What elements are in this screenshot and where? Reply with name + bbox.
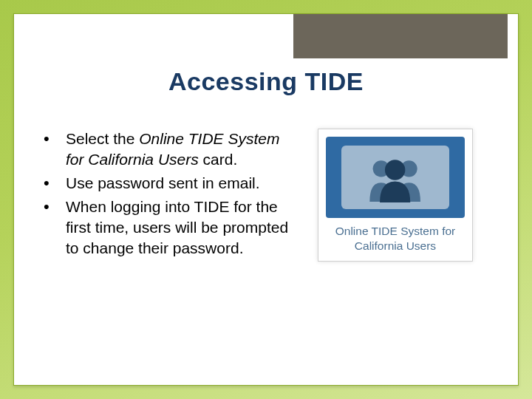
slide-background: Accessing TIDE • Select the Online TIDE … <box>0 0 532 399</box>
bullet-dot-icon: • <box>42 173 66 194</box>
bullet-dot-icon: • <box>42 129 66 149</box>
bullet-item: • Select the Online TIDE System for Cali… <box>42 129 301 170</box>
bullet-text-part: Select the <box>66 130 139 147</box>
bullet-dot-icon: • <box>42 197 66 217</box>
svg-point-2 <box>385 160 405 180</box>
tide-system-card[interactable]: Online TIDE System for California Users <box>318 129 473 262</box>
tide-card-icon-bg <box>341 146 450 209</box>
card-illustration-area: Online TIDE System for California Users <box>301 129 490 363</box>
tide-card-label: Online TIDE System for California Users <box>326 224 465 253</box>
bullet-list: • Select the Online TIDE System for Cali… <box>42 129 301 363</box>
bullet-text-part: card. <box>199 151 238 168</box>
tide-card-icon-frame <box>326 137 465 218</box>
bullet-text: Use password sent in email. <box>66 173 260 194</box>
slide-card: Accessing TIDE • Select the Online TIDE … <box>13 13 519 386</box>
bullet-item: • Use password sent in email. <box>42 173 301 194</box>
people-group-icon <box>352 152 438 203</box>
header-accent-block <box>292 14 509 60</box>
slide-body: • Select the Online TIDE System for Cali… <box>42 129 490 363</box>
slide-title: Accessing TIDE <box>14 67 518 96</box>
bullet-text: When logging into TIDE for the first tim… <box>66 197 301 259</box>
bullet-text: Select the Online TIDE System for Califo… <box>66 129 301 170</box>
bullet-item: • When logging into TIDE for the first t… <box>42 197 301 259</box>
